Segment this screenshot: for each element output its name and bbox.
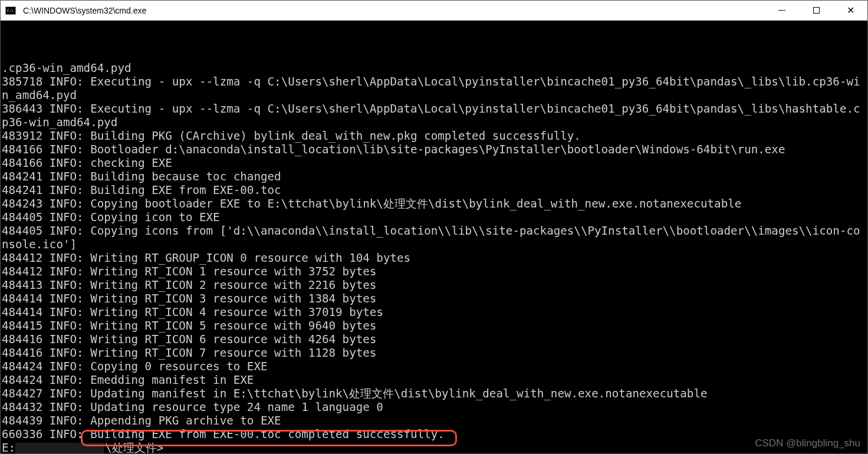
terminal-line: 484241 INFO: Building because toc change… bbox=[2, 170, 866, 183]
close-button[interactable]: ✕ bbox=[833, 1, 867, 20]
terminal-line: 484415 INFO: Writing RT_ICON 5 resource … bbox=[2, 319, 866, 333]
terminal-line: 484416 INFO: Writing RT_ICON 7 resource … bbox=[2, 346, 866, 360]
terminal-line: 484243 INFO: Copying bootloader EXE to E… bbox=[2, 197, 866, 210]
watermark: CSDN @blingbling_shu bbox=[755, 436, 860, 450]
terminal-output[interactable]: .cp36-win_amd64.pyd385718 INFO: Executin… bbox=[1, 21, 867, 453]
maximize-button[interactable] bbox=[799, 1, 833, 20]
terminal-line: 484412 INFO: Writing RT_ICON 1 resource … bbox=[2, 265, 866, 278]
terminal-line: 484424 INFO: Copying 0 resources to EXE bbox=[2, 360, 866, 373]
terminal-line: 484405 INFO: Copying icons from ['d:\\an… bbox=[2, 224, 866, 251]
terminal-line: 484405 INFO: Copying icon to EXE bbox=[2, 210, 866, 224]
titlebar[interactable]: C:\WINDOWS\system32\cmd.exe ✕ bbox=[1, 1, 867, 21]
terminal-line: 484414 INFO: Writing RT_ICON 4 resource … bbox=[2, 305, 866, 319]
minimize-button[interactable] bbox=[765, 1, 799, 20]
terminal-line: 386443 INFO: Executing - upx --lzma -q C… bbox=[2, 102, 866, 129]
terminal-line: .cp36-win_amd64.pyd bbox=[2, 61, 866, 75]
prompt-drive: E: bbox=[2, 441, 15, 453]
terminal-line: 484166 INFO: Bootloader d:\anaconda\inst… bbox=[2, 143, 866, 156]
terminal-line: 484424 INFO: Emedding manifest in EXE bbox=[2, 373, 866, 387]
minimize-icon bbox=[778, 10, 785, 11]
prompt-path: \处理文件> bbox=[105, 441, 163, 453]
terminal-line: 484427 INFO: Updating manifest in E:\ttc… bbox=[2, 387, 866, 400]
terminal-line: 484241 INFO: Building EXE from EXE-00.to… bbox=[2, 183, 866, 197]
maximize-icon bbox=[813, 7, 820, 14]
terminal-line: 385718 INFO: Executing - upx --lzma -q C… bbox=[2, 75, 866, 102]
app-icon-wrap bbox=[1, 1, 21, 21]
cmd-icon bbox=[5, 6, 16, 15]
terminal-line: 484166 INFO: checking EXE bbox=[2, 156, 866, 170]
close-icon: ✕ bbox=[847, 6, 854, 15]
terminal-line: 484412 INFO: Writing RT_GROUP_ICON 0 res… bbox=[2, 251, 866, 265]
terminal-line: 484439 INFO: Appending PKG archive to EX… bbox=[2, 414, 866, 427]
terminal-line: 484416 INFO: Writing RT_ICON 6 resource … bbox=[2, 333, 866, 346]
terminal-line: 484414 INFO: Writing RT_ICON 3 resource … bbox=[2, 292, 866, 305]
cmd-window: C:\WINDOWS\system32\cmd.exe ✕ .cp36-win_… bbox=[0, 0, 868, 454]
terminal-line: 660336 INFO: Building EXE from EXE-00.to… bbox=[2, 427, 866, 441]
window-title: C:\WINDOWS\system32\cmd.exe bbox=[21, 6, 765, 15]
terminal-line: 484432 INFO: Updating resource type 24 n… bbox=[2, 400, 866, 414]
terminal-prompt[interactable]: E:\处理文件> bbox=[2, 441, 866, 453]
terminal-line: 484413 INFO: Writing RT_ICON 2 resource … bbox=[2, 278, 866, 292]
window-controls: ✕ bbox=[765, 1, 867, 20]
terminal-line: 483912 INFO: Building PKG (CArchive) byl… bbox=[2, 129, 866, 143]
redacted-path bbox=[15, 443, 104, 454]
